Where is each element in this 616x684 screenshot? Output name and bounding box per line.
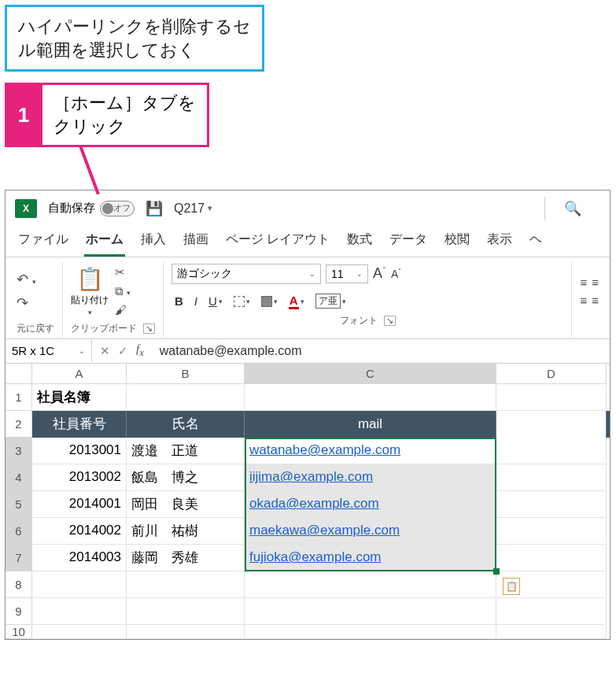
mail-link[interactable]: watanabe@example.com bbox=[249, 442, 400, 458]
autosave[interactable]: 自動保存 オフ bbox=[48, 201, 135, 216]
worksheet[interactable]: A B C D 1 2 3 4 5 6 7 8 9 10 社員名簿 bbox=[6, 364, 610, 639]
name-box[interactable]: 5R x 1C ⌄ bbox=[6, 339, 92, 362]
font-color-button[interactable]: A▾ bbox=[286, 292, 308, 311]
autosave-toggle[interactable]: オフ bbox=[100, 201, 135, 216]
fill-color-button[interactable]: ▾ bbox=[258, 294, 281, 309]
cell-d4[interactable] bbox=[496, 464, 607, 491]
tab-data[interactable]: データ bbox=[388, 228, 429, 257]
cell-a9[interactable] bbox=[32, 598, 127, 625]
row-header-4[interactable]: 4 bbox=[6, 464, 32, 491]
border-button[interactable]: ▾ bbox=[231, 294, 253, 309]
col-header-d[interactable]: D bbox=[496, 364, 607, 384]
cell-d7[interactable] bbox=[496, 545, 607, 571]
cell-c6[interactable]: maekawa@example.com bbox=[245, 518, 496, 545]
mail-link[interactable]: fujioka@example.com bbox=[249, 549, 382, 565]
format-painter-button[interactable] bbox=[115, 303, 131, 316]
cell-b1[interactable] bbox=[127, 384, 245, 411]
row-header-5[interactable]: 5 bbox=[6, 491, 32, 518]
mail-link[interactable]: iijima@example.com bbox=[249, 469, 373, 485]
row-header-10[interactable]: 10 bbox=[6, 625, 32, 639]
copy-button[interactable]: ▾ bbox=[115, 284, 131, 298]
tab-help[interactable]: ヘ bbox=[528, 228, 544, 257]
cell-b5[interactable]: 岡田 良美 bbox=[127, 491, 245, 518]
cell-a5[interactable]: 2014001 bbox=[32, 491, 127, 518]
cell-c8[interactable] bbox=[245, 571, 496, 598]
cell-c2[interactable]: mail bbox=[245, 411, 496, 438]
cell-a3[interactable]: 2013001 bbox=[32, 438, 127, 464]
cell-b9[interactable] bbox=[127, 598, 245, 625]
cell-d1[interactable] bbox=[496, 384, 607, 411]
clipboard-dialog-launcher[interactable]: ↘ bbox=[143, 324, 155, 334]
col-header-b[interactable]: B bbox=[127, 364, 245, 384]
decrease-font-button[interactable]: A˅ bbox=[391, 268, 401, 280]
redo-button[interactable]: ↷ bbox=[17, 294, 36, 312]
font-dialog-launcher[interactable]: ↘ bbox=[384, 316, 396, 326]
cell-b4[interactable]: 飯島 博之 bbox=[127, 464, 245, 491]
cell-c1[interactable] bbox=[245, 384, 496, 411]
cell-c10[interactable] bbox=[245, 625, 496, 639]
cell-d6[interactable] bbox=[496, 518, 607, 545]
row-header-6[interactable]: 6 bbox=[6, 518, 32, 545]
cell-b7[interactable]: 藤岡 秀雄 bbox=[127, 545, 245, 571]
cell-c7[interactable]: fujioka@example.com bbox=[245, 545, 496, 571]
italic-button[interactable]: I bbox=[191, 293, 201, 309]
cell-a10[interactable] bbox=[32, 625, 127, 639]
mail-link[interactable]: okada@example.com bbox=[249, 496, 379, 512]
col-header-c[interactable]: C bbox=[245, 364, 496, 384]
bold-button[interactable]: B bbox=[172, 293, 186, 309]
cancel-formula-button[interactable]: ✕ bbox=[100, 344, 110, 358]
enter-formula-button[interactable]: ✓ bbox=[118, 344, 128, 358]
cell-d2[interactable] bbox=[496, 411, 607, 438]
undo-button[interactable]: ↶ ▾ bbox=[17, 271, 36, 288]
row-header-8[interactable]: 8 bbox=[6, 571, 32, 598]
cell-c5[interactable]: okada@example.com bbox=[245, 491, 496, 518]
cell-a1[interactable]: 社員名簿 bbox=[32, 384, 127, 411]
row-header-1[interactable]: 1 bbox=[6, 384, 32, 411]
cell-a6[interactable]: 2014002 bbox=[32, 518, 127, 545]
cell-b10[interactable] bbox=[127, 625, 245, 639]
fx-icon[interactable]: fx bbox=[136, 342, 144, 359]
tab-view[interactable]: 表示 bbox=[485, 228, 514, 257]
cell-b2[interactable]: 氏名 bbox=[127, 411, 245, 438]
cell-d10[interactable] bbox=[496, 625, 607, 639]
cell-b8[interactable] bbox=[127, 571, 245, 598]
row-header-2[interactable]: 2 bbox=[6, 411, 32, 438]
cell-c4[interactable]: iijima@example.com bbox=[245, 464, 496, 491]
cell-c3[interactable]: watanabe@example.com bbox=[245, 438, 496, 464]
cell-a7[interactable]: 2014003 bbox=[32, 545, 127, 571]
save-icon[interactable]: 💾 bbox=[146, 200, 163, 217]
cell-c9[interactable] bbox=[245, 598, 496, 625]
paste-options-button[interactable]: 📋 bbox=[503, 578, 520, 595]
mail-link[interactable]: maekawa@example.com bbox=[249, 523, 400, 538]
cell-d9[interactable] bbox=[496, 598, 607, 625]
tab-draw[interactable]: 描画 bbox=[182, 228, 210, 257]
cell-b3[interactable]: 渡邉 正道 bbox=[127, 438, 245, 464]
search-button[interactable]: 🔍 bbox=[544, 197, 600, 220]
tab-home[interactable]: ホーム bbox=[84, 228, 125, 257]
cut-button[interactable] bbox=[115, 265, 131, 279]
tab-file[interactable]: ファイル bbox=[17, 228, 70, 257]
row-header-7[interactable]: 7 bbox=[6, 545, 32, 571]
align-center-button[interactable]: ≡ bbox=[592, 294, 599, 307]
row-header-3[interactable]: 3 bbox=[6, 438, 32, 464]
tab-pagelayout[interactable]: ページ レイアウト bbox=[224, 228, 331, 257]
cell-b6[interactable]: 前川 祐樹 bbox=[127, 518, 245, 545]
font-name-select[interactable]: 游ゴシック ⌄ bbox=[172, 264, 321, 284]
cell-a4[interactable]: 2013002 bbox=[32, 464, 127, 491]
row-header-9[interactable]: 9 bbox=[6, 598, 32, 625]
cell-d5[interactable] bbox=[496, 491, 607, 518]
fill-handle[interactable] bbox=[493, 568, 500, 575]
cell-a2[interactable]: 社員番号 bbox=[32, 411, 127, 438]
phonetic-button[interactable]: ア亜▾ bbox=[312, 292, 349, 310]
align-top-button[interactable]: ≡ bbox=[580, 275, 587, 289]
align-middle-button[interactable]: ≡ bbox=[592, 275, 599, 289]
formula-input[interactable]: watanabe@example.com bbox=[152, 339, 610, 363]
font-size-select[interactable]: 11 ⌄ bbox=[326, 264, 368, 283]
doc-name[interactable]: Q217 ▾ bbox=[174, 202, 212, 216]
tab-formulas[interactable]: 数式 bbox=[345, 228, 374, 257]
paste-button[interactable]: 📋 貼り付け ▾ bbox=[71, 266, 109, 316]
underline-button[interactable]: U▾ bbox=[205, 293, 226, 309]
cell-a8[interactable] bbox=[32, 571, 127, 598]
cell-d3[interactable] bbox=[496, 438, 607, 464]
tab-insert[interactable]: 挿入 bbox=[139, 228, 168, 257]
